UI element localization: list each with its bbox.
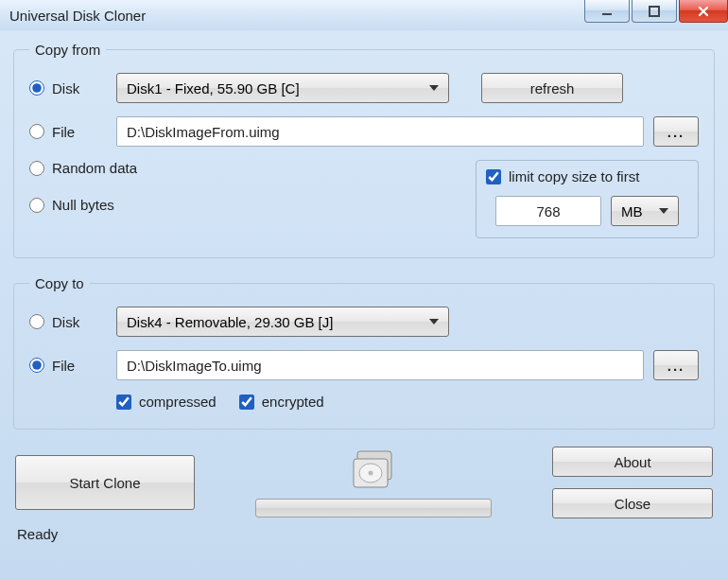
dest-file-row: File ...	[29, 350, 699, 380]
refresh-button[interactable]: refresh	[481, 73, 623, 103]
source-random-label: Random data	[52, 160, 137, 176]
source-file-input[interactable]	[116, 116, 644, 147]
limit-size-input[interactable]	[495, 196, 601, 226]
bottom-bar: Start Clone About Close	[13, 447, 715, 518]
limit-unit-value: MB	[621, 203, 643, 219]
chevron-down-icon	[429, 319, 439, 325]
compressed-label: compressed	[139, 394, 217, 410]
minimize-button[interactable]	[584, 0, 630, 23]
source-disk-row: Disk Disk1 - Fixed, 55.90 GB [C] refresh	[29, 73, 699, 103]
source-disk-value: Disk1 - Fixed, 55.90 GB [C]	[127, 80, 300, 96]
dest-disk-radio-wrap[interactable]: Disk	[29, 314, 116, 330]
dest-disk-row: Disk Disk4 - Removable, 29.30 GB [J]	[29, 307, 699, 337]
titlebar: Universal Disk Cloner	[0, 0, 728, 30]
source-random-radio[interactable]	[29, 161, 44, 176]
limit-check-wrap[interactable]: limit copy size to first	[486, 168, 688, 184]
status-bar: Ready	[13, 518, 715, 542]
disk-icon	[348, 447, 399, 493]
dest-disk-dropdown[interactable]: Disk4 - Removable, 29.30 GB [J]	[116, 307, 449, 337]
compressed-checkbox[interactable]	[116, 395, 131, 410]
close-window-button[interactable]	[679, 0, 728, 23]
about-button[interactable]: About	[552, 447, 713, 477]
encrypted-checkbox[interactable]	[239, 395, 254, 410]
dest-file-input[interactable]	[116, 350, 644, 380]
copy-to-legend: Copy to	[29, 275, 90, 291]
encrypted-check-wrap[interactable]: encrypted	[239, 394, 324, 410]
dest-disk-label: Disk	[52, 314, 79, 330]
copy-from-group: Copy from Disk Disk1 - Fixed, 55.90 GB […	[13, 42, 715, 258]
maximize-button[interactable]	[632, 0, 677, 23]
source-random-radio-wrap[interactable]: Random data	[29, 160, 476, 176]
source-disk-radio[interactable]	[29, 80, 44, 96]
svg-point-5	[369, 471, 373, 476]
close-button[interactable]: Close	[552, 488, 713, 518]
svg-rect-0	[602, 13, 612, 15]
source-disk-radio-wrap[interactable]: Disk	[29, 80, 116, 96]
start-clone-button[interactable]: Start Clone	[15, 455, 195, 510]
copy-from-legend: Copy from	[29, 42, 106, 58]
dest-file-radio[interactable]	[29, 358, 44, 373]
source-disk-label: Disk	[52, 80, 79, 96]
source-null-radio-wrap[interactable]: Null bytes	[29, 197, 476, 213]
dest-browse-button[interactable]: ...	[653, 350, 699, 380]
limit-unit-dropdown[interactable]: MB	[611, 196, 679, 226]
source-null-radio[interactable]	[29, 198, 44, 213]
status-text: Ready	[17, 526, 58, 542]
client-area: Copy from Disk Disk1 - Fixed, 55.90 GB […	[0, 30, 728, 548]
source-null-label: Null bytes	[52, 197, 114, 213]
source-file-row: File ...	[29, 116, 699, 147]
limit-checkbox[interactable]	[486, 169, 501, 184]
dest-file-radio-wrap[interactable]: File	[29, 358, 116, 374]
window-title: Universal Disk Cloner	[9, 8, 146, 24]
source-browse-button[interactable]: ...	[653, 116, 699, 147]
window-controls	[582, 0, 728, 23]
dest-disk-value: Disk4 - Removable, 29.30 GB [J]	[127, 314, 333, 330]
encrypted-label: encrypted	[262, 394, 324, 410]
source-file-radio[interactable]	[29, 124, 44, 139]
source-file-radio-wrap[interactable]: File	[29, 124, 116, 140]
dest-disk-radio[interactable]	[29, 314, 44, 329]
chevron-down-icon	[659, 208, 668, 214]
limit-box: limit copy size to first MB	[476, 160, 699, 238]
compressed-check-wrap[interactable]: compressed	[116, 394, 217, 410]
dest-file-label: File	[52, 358, 75, 374]
chevron-down-icon	[429, 85, 439, 91]
limit-label: limit copy size to first	[509, 168, 639, 184]
copy-to-group: Copy to Disk Disk4 - Removable, 29.30 GB…	[13, 275, 715, 430]
svg-rect-1	[650, 7, 659, 16]
source-file-label: File	[52, 124, 75, 140]
source-disk-dropdown[interactable]: Disk1 - Fixed, 55.90 GB [C]	[116, 73, 449, 103]
progress-bar	[255, 499, 492, 518]
